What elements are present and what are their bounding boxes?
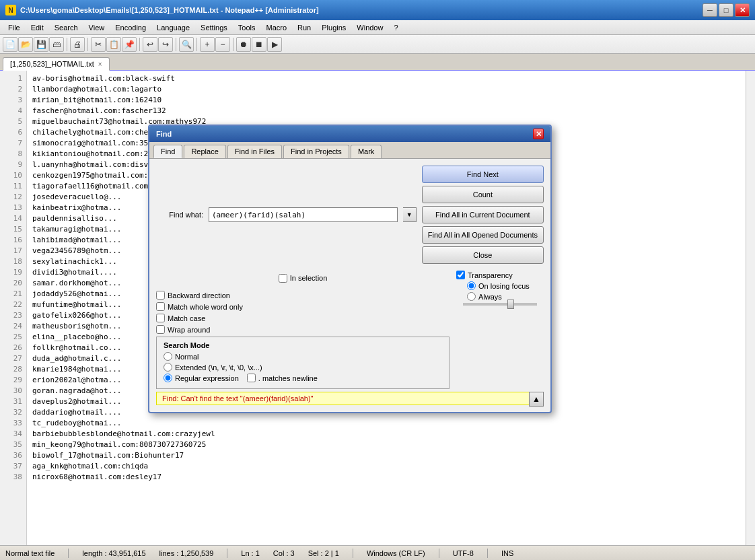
- regex-radio-row: Regular expression . matches newline: [164, 374, 442, 382]
- status-bar: Normal text file length : 43,951,615 lin…: [0, 545, 755, 560]
- editor-line: min_keong79@hotmail.com:808730727360725: [32, 440, 740, 450]
- tab-bar: [1,250,523]_HOTMAIL.txt ×: [0, 54, 755, 71]
- normal-radio[interactable]: [164, 352, 172, 361]
- menu-view[interactable]: View: [83, 22, 110, 33]
- transparency-slider-row: [456, 303, 544, 306]
- find-next-button[interactable]: Find Next: [422, 166, 544, 183]
- file-tab[interactable]: [1,250,523]_HOTMAIL.txt ×: [3, 57, 110, 71]
- editor-line: fascher@hotmail.com:fascher132: [32, 106, 740, 116]
- backward-checkbox[interactable]: [156, 291, 165, 300]
- line-numbers: 1234567891011121314151617181920212223242…: [0, 71, 27, 545]
- tab-replace[interactable]: Replace: [184, 145, 225, 158]
- menu-settings[interactable]: Settings: [195, 22, 233, 33]
- in-selection-checkbox[interactable]: [279, 274, 287, 283]
- editor-line: av-boris@hotmail.com:black-swift: [32, 73, 740, 84]
- save-all-button[interactable]: 🗃: [49, 37, 64, 52]
- menu-window[interactable]: Window: [351, 22, 388, 33]
- find-all-opened-button[interactable]: Find All in All Opened Documents: [422, 226, 544, 244]
- undo-button[interactable]: ↩: [143, 37, 157, 52]
- wrap-around-checkbox[interactable]: [156, 325, 165, 334]
- toolbar: 📄 📂 💾 🗃 🖨 ✂ 📋 📌 ↩ ↪ 🔍 + − ⏺ ⏹ ▶: [0, 35, 755, 54]
- slider-thumb: [507, 300, 514, 309]
- on-losing-focus-radio[interactable]: [467, 281, 476, 290]
- maximize-button[interactable]: □: [719, 3, 733, 17]
- save-button[interactable]: 💾: [34, 37, 48, 52]
- whole-word-label: Match whole word only: [168, 303, 243, 311]
- print-button[interactable]: 🖨: [70, 37, 85, 52]
- encoding-label: UTF-8: [453, 549, 474, 557]
- whole-word-checkbox[interactable]: [156, 302, 165, 311]
- toolbar-sep-5: [196, 38, 197, 51]
- matches-newline-label: . matches newline: [258, 374, 318, 382]
- menu-encoding[interactable]: Encoding: [110, 22, 151, 33]
- menu-help[interactable]: ?: [388, 22, 403, 33]
- menu-run[interactable]: Run: [292, 22, 316, 33]
- cut-button[interactable]: ✂: [91, 37, 106, 52]
- right-options: Transparency On losing focus Always: [456, 268, 544, 306]
- zoom-in-button[interactable]: +: [200, 37, 215, 52]
- count-button[interactable]: Count: [422, 186, 544, 203]
- title-bar: N C:\Users\goma\Desktop\Emails\[1,250,52…: [0, 0, 755, 20]
- find-button[interactable]: 🔍: [179, 37, 194, 52]
- editor-line: llamborda@hotmail.com:lagarto: [32, 84, 740, 95]
- paste-button[interactable]: 📌: [122, 37, 137, 52]
- transparency-slider[interactable]: [463, 303, 537, 306]
- search-mode-title: Search Mode: [164, 341, 442, 349]
- extended-radio-row: Extended (\n, \r, \t, \0, \x...): [164, 363, 442, 372]
- normal-label: Normal: [175, 353, 199, 361]
- toolbar-sep-3: [139, 38, 140, 51]
- on-losing-focus-row: On losing focus: [456, 281, 544, 290]
- editor-line: mirian_bit@hotmail.com:162410: [32, 95, 740, 106]
- tab-close-button[interactable]: ×: [98, 61, 102, 68]
- menu-plugins[interactable]: Plugins: [316, 22, 351, 33]
- editor-line: biowolf_17@hotmail.com:Biohunter17: [32, 450, 740, 461]
- minimize-button[interactable]: ─: [703, 3, 717, 17]
- status-sep-5: [487, 549, 488, 558]
- open-button[interactable]: 📂: [18, 37, 33, 52]
- dialog-tab-bar: Find Replace Find in Files Find in Proje…: [149, 142, 550, 159]
- menu-tools[interactable]: Tools: [233, 22, 261, 33]
- menu-edit[interactable]: Edit: [26, 22, 49, 33]
- editor-line: barbiebubblesblonde@hotmail.com:crazyjew…: [32, 429, 740, 440]
- macro-rec-button[interactable]: ⏺: [236, 37, 251, 52]
- macro-stop-button[interactable]: ⏹: [252, 37, 266, 52]
- up-arrow-button[interactable]: ▲: [529, 392, 544, 407]
- toolbar-sep-6: [233, 38, 233, 51]
- tab-find-in-files[interactable]: Find in Files: [227, 145, 282, 158]
- menu-macro[interactable]: Macro: [260, 22, 292, 33]
- match-case-checkbox[interactable]: [156, 314, 165, 322]
- regex-radio[interactable]: [164, 374, 172, 382]
- menu-language[interactable]: Language: [151, 22, 195, 33]
- transparency-checkbox[interactable]: [456, 271, 465, 279]
- tab-find-in-projects[interactable]: Find in Projects: [283, 145, 349, 158]
- close-button[interactable]: Close: [422, 246, 544, 264]
- match-case-label: Match case: [168, 314, 205, 322]
- search-mode-section: Search Mode Normal Extended (\n, \r, \t,…: [156, 337, 450, 389]
- editor-line: nicrox68@hotmail.com:desley17: [32, 472, 740, 483]
- macro-play-button[interactable]: ▶: [267, 37, 282, 52]
- backward-label: Backward direction: [168, 291, 230, 300]
- copy-button[interactable]: 📋: [106, 37, 121, 52]
- extended-radio[interactable]: [164, 363, 172, 372]
- find-dropdown-button[interactable]: ▼: [403, 207, 417, 222]
- menu-bar: File Edit Search View Encoding Language …: [0, 20, 755, 35]
- new-button[interactable]: 📄: [3, 37, 17, 52]
- close-button[interactable]: ✕: [735, 3, 750, 17]
- vertical-scrollbar[interactable]: [746, 71, 755, 545]
- menu-file[interactable]: File: [3, 22, 26, 33]
- redo-button[interactable]: ↪: [158, 37, 173, 52]
- find-what-input[interactable]: [209, 207, 398, 222]
- zoom-out-button[interactable]: −: [215, 37, 230, 52]
- status-sep-4: [439, 549, 439, 558]
- tab-mark[interactable]: Mark: [351, 145, 382, 158]
- menu-search[interactable]: Search: [49, 22, 83, 33]
- action-buttons: Find Next Count Find All in Current Docu…: [422, 166, 544, 264]
- tab-find[interactable]: Find: [153, 145, 182, 158]
- find-all-current-button[interactable]: Find All in Current Document: [422, 206, 544, 223]
- dialog-title-bar: Find ✕: [149, 126, 550, 142]
- status-sep-3: [353, 549, 353, 558]
- always-radio[interactable]: [467, 292, 476, 301]
- dialog-close-button[interactable]: ✕: [533, 129, 544, 139]
- insert-mode-label: INS: [501, 549, 513, 557]
- matches-newline-checkbox[interactable]: [247, 374, 256, 382]
